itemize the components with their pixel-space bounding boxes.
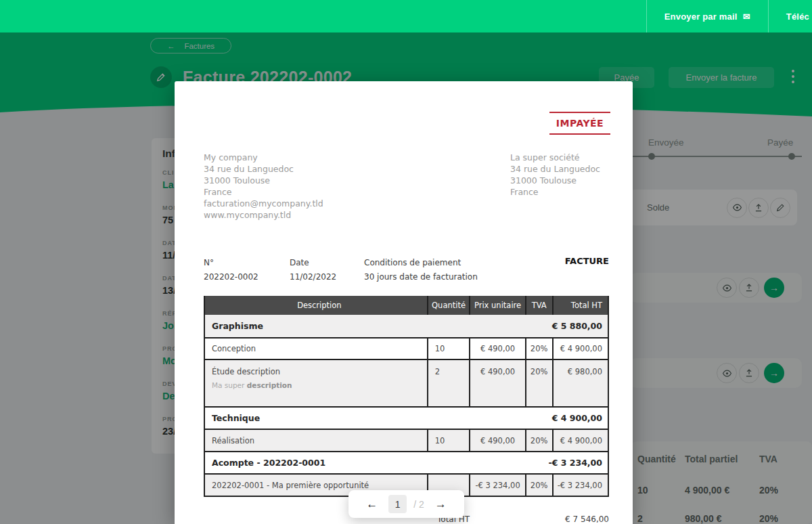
invoice-preview-modal: IMPAYÉE My company 34 rue du Languedoc 3… xyxy=(175,81,633,524)
summary-cell: 20% xyxy=(759,513,778,524)
invoice-number-label: N° xyxy=(204,256,290,270)
table-group-row: Graphisme € 5 880,00 xyxy=(205,315,608,337)
table-item-row: Réalisation 10 € 490,00 20% € 4 900,00 xyxy=(205,429,608,451)
send-by-mail-button[interactable]: Envoyer par mail ✉ xyxy=(646,0,768,32)
document-type: FACTURE xyxy=(565,256,609,266)
breadcrumb: Factures xyxy=(184,42,215,50)
open-button[interactable]: → xyxy=(764,363,784,383)
edit-solde-button[interactable] xyxy=(770,198,790,218)
summary-cell: 4 900,00 € xyxy=(685,485,729,496)
invoice-number: 202202-0002 xyxy=(204,270,290,284)
total-pages: / 2 xyxy=(413,499,424,510)
timeline-step-paid: Payée xyxy=(767,137,793,148)
company-address: My company 34 rue du Languedoc 31000 Tou… xyxy=(204,152,323,221)
total-ht-value: € 7 546,00 xyxy=(565,515,609,524)
eye-icon xyxy=(732,202,742,213)
document-row: → xyxy=(629,358,802,388)
client-address: La super société 34 rue du Languedoc 310… xyxy=(510,152,600,198)
summary-cell: 10 xyxy=(637,485,648,496)
upload-icon xyxy=(744,283,754,292)
upload-icon xyxy=(744,368,754,378)
export-button[interactable] xyxy=(739,278,759,298)
table-item-row: Étude description Ma super description 2… xyxy=(205,359,608,406)
view-button[interactable] xyxy=(717,363,737,383)
export-button[interactable] xyxy=(748,198,769,218)
view-button[interactable] xyxy=(727,198,747,218)
invoice-table: Description Quantité Prix unitaire TVA T… xyxy=(204,296,609,497)
envelope-icon: ✉ xyxy=(743,12,750,22)
timeline-step-sent: Envoyée xyxy=(648,137,684,148)
table-group-row: Technique € 4 900,00 xyxy=(205,406,608,429)
upload-icon xyxy=(754,203,763,213)
items-summary-card xyxy=(631,441,812,524)
invoice-date: 11/02/2022 xyxy=(290,270,364,284)
document-row: → xyxy=(629,273,802,303)
export-button[interactable] xyxy=(739,363,759,383)
arrow-right-icon: → xyxy=(769,282,779,293)
invoice-meta: N° 202202-0002 Date 11/02/2022 Condition… xyxy=(204,256,609,284)
download-button[interactable]: Téléc xyxy=(768,0,812,32)
invoice-date-label: Date xyxy=(290,256,364,270)
summary-cell: 20% xyxy=(759,485,778,496)
send-invoice-button[interactable]: Envoyer la facture xyxy=(669,67,774,88)
item-description: Ma super description xyxy=(212,381,427,389)
back-arrow-icon: ← xyxy=(167,42,175,50)
pencil-icon xyxy=(776,203,785,212)
kebab-menu-icon[interactable] xyxy=(792,70,794,83)
solde-label: Solde xyxy=(647,202,669,213)
invoice-table-header: Description Quantité Prix unitaire TVA T… xyxy=(205,296,608,315)
timeline-track xyxy=(629,156,802,157)
topbar: Envoyer par mail ✉ Téléc xyxy=(0,0,812,32)
view-button[interactable] xyxy=(717,278,737,298)
open-button[interactable]: → xyxy=(764,278,784,298)
table-group-row: Acompte - 202202-0001 -€ 3 234,00 xyxy=(205,451,608,473)
edit-title-button[interactable] xyxy=(150,66,172,88)
next-page-button[interactable]: → xyxy=(431,498,451,511)
payment-terms: 30 jours date de facturation xyxy=(364,270,565,284)
payment-terms-label: Conditions de paiement xyxy=(364,256,565,270)
timeline-dot-sent xyxy=(648,153,655,160)
current-page: 1 xyxy=(388,495,407,513)
eye-icon xyxy=(722,283,732,293)
back-to-invoices-button[interactable]: ← Factures xyxy=(150,38,231,53)
unpaid-stamp: IMPAYÉE xyxy=(549,112,610,135)
arrow-right-icon: → xyxy=(769,368,779,378)
summary-header-subtotal: Total partiel xyxy=(685,454,738,464)
solde-card: Solde xyxy=(629,190,797,225)
pencil-icon xyxy=(156,72,166,82)
timeline-dot-paid xyxy=(788,153,795,160)
eye-icon xyxy=(722,368,732,378)
summary-cell: 980,00 € xyxy=(685,513,722,524)
summary-header-qty: Quantité xyxy=(637,454,676,464)
page-navigator: ← 1 / 2 → xyxy=(348,490,464,518)
summary-cell: 2 xyxy=(637,513,643,524)
summary-header-vat: TVA xyxy=(759,454,777,464)
previous-page-button[interactable]: ← xyxy=(362,498,382,511)
table-item-row: Conception 10 € 490,00 20% € 4 900,00 xyxy=(205,337,608,359)
